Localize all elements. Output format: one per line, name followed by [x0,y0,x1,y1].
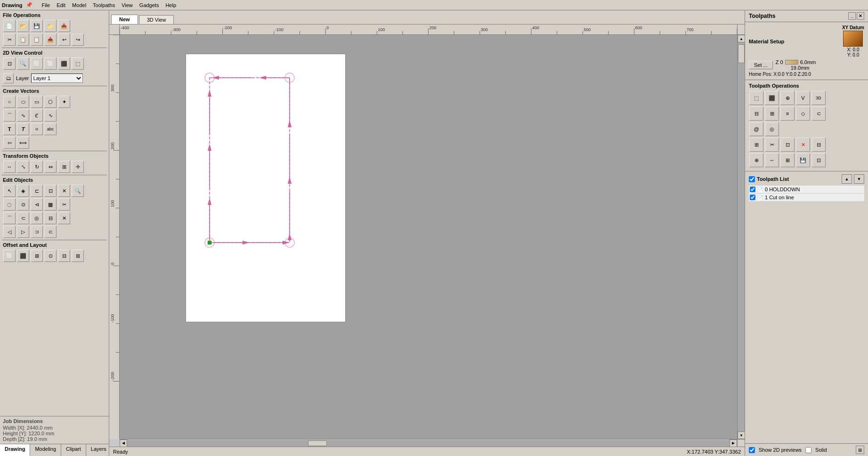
solid-checkbox[interactable] [805,447,811,453]
edit2-btn[interactable]: ◎ [31,212,43,224]
toolpath-op10-btn[interactable]: ⊡ [811,153,826,167]
scroll-track-v[interactable] [738,42,745,432]
toolpath-op5-btn[interactable]: ⊟ [811,138,826,152]
view-3d-btn[interactable]: ⬚ [72,57,84,70]
menu-gadgets[interactable]: Gadgets [136,1,162,9]
move-btn[interactable]: ↔ [3,161,16,173]
contour-btn[interactable]: ◁ [3,226,16,238]
toolpath-list-checkbox[interactable] [749,176,755,182]
scroll-thumb-h[interactable] [308,440,327,446]
save-as-btn[interactable]: 📁 [44,20,57,32]
scroll-up-btn[interactable]: ▲ [738,35,745,42]
offset-btn[interactable]: ◌ [3,198,16,211]
toolpath-op4-delete-btn[interactable]: ✕ [796,138,810,152]
properties-btn[interactable]: 🔍 [72,185,84,197]
draw-circle-btn[interactable]: ○ [3,96,16,108]
new-file-btn[interactable]: 📄 [3,20,16,32]
toolpath-op3-btn[interactable]: ⊡ [780,138,795,152]
toolpath-op2-btn[interactable]: ✂ [765,138,779,152]
open-file-btn[interactable]: 📂 [17,20,29,32]
text-abc-btn[interactable]: abc [44,123,57,135]
arrow-btn[interactable]: ▷ [17,226,29,238]
tab-drawing[interactable]: Drawing [0,444,30,456]
group-btn[interactable]: ⊡ [44,185,57,197]
toolpath-1-checkbox[interactable] [750,195,755,200]
menu-edit[interactable]: Edit [53,1,69,9]
step-repeat-btn[interactable]: ⊞ [72,250,84,262]
menu-model[interactable]: Model [69,1,89,9]
canvas-main[interactable] [120,35,737,439]
toolpath-list-down-btn[interactable]: ▼ [854,174,864,184]
draw-polygon-btn[interactable]: ⬡ [44,96,57,108]
toolpath-op7-btn[interactable]: ↔ [765,153,779,167]
menu-file[interactable]: File [38,1,53,9]
arc2-btn[interactable]: ⊃ [31,226,43,238]
toolpath-item-1[interactable]: 📄 1 Cut on line [749,194,864,201]
prism-btn[interactable]: ◇ [796,106,810,121]
close-btn[interactable]: ⊂ [17,212,29,224]
align-btn[interactable]: ⊞ [58,161,70,173]
fluting-btn[interactable]: ≡ [780,106,795,121]
pocket-toolpath-btn[interactable]: ⬛ [765,91,779,105]
hatch-btn[interactable]: ▦ [44,198,57,211]
scroll-track-h[interactable] [127,440,730,447]
draw-star-btn[interactable]: ✦ [58,96,70,108]
distribute-btn[interactable]: ✛ [72,161,84,173]
toolpath-op9-btn[interactable]: 💾 [796,153,810,167]
scroll-down-btn[interactable]: ▼ [738,432,745,439]
draw-ellipse-btn[interactable]: ⬭ [17,96,29,108]
zoom-extents-btn[interactable]: ⊡ [3,57,16,70]
tab-3d-view[interactable]: 3D View [139,15,174,24]
copy-btn[interactable]: 📋 [17,33,29,46]
boolean-btn[interactable]: ✕ [58,212,70,224]
delete-btn[interactable]: ✕ [58,185,70,197]
draw-spiro-btn[interactable]: ℭ [31,109,43,122]
arc-fit-btn[interactable]: ⌒ [3,212,16,224]
mirror-btn[interactable]: ⇔ [44,161,57,173]
scale-btn[interactable]: ⤡ [17,161,29,173]
zoom-fit-btn[interactable]: ⬛ [58,57,70,70]
rotate-btn[interactable]: ↻ [31,161,43,173]
draw-polyline-btn[interactable]: ⌒ [3,109,16,122]
drill-btn[interactable]: ⊕ [780,91,795,105]
zoom-select-btn[interactable]: ⬜ [44,57,57,70]
right-panel-expand-btn[interactable]: ⊞ [856,446,864,454]
scroll-thumb-v[interactable] [738,44,745,63]
right-panel-close-btn[interactable]: ✕ [857,12,864,20]
circular-btn[interactable]: ⊙ [44,250,57,262]
tab-layers[interactable]: Layers [86,444,109,456]
toolpath-item-0[interactable]: 📄 0 HOLDDOWN [749,186,864,193]
draw-curve-btn[interactable]: ∿ [17,109,29,122]
cut-btn[interactable]: ✂ [3,33,16,46]
text-btn[interactable]: T [3,123,16,135]
toolpath-0-checkbox[interactable] [750,187,755,192]
right-panel-collapse-btn[interactable]: _ [848,12,856,20]
undo-btn[interactable]: ↩ [58,33,70,46]
vector-anchor-btn[interactable]: ⇦ [3,137,16,149]
menu-view[interactable]: View [118,1,136,9]
tab-modeling[interactable]: Modeling [30,444,61,456]
zoom-in-btn[interactable]: 🔍 [17,57,29,70]
redo-btn[interactable]: ↪ [72,33,84,46]
paste-btn[interactable]: 📋 [31,33,43,46]
v-carve-btn[interactable]: V [796,91,810,105]
select-btn[interactable]: ↖ [3,185,16,197]
zoom-box-btn[interactable]: ⬜ [31,57,43,70]
spiral-btn[interactable]: @ [749,122,763,136]
tab-new[interactable]: New [111,15,138,24]
layout-btn[interactable]: ⬛ [17,250,29,262]
tab-clipart[interactable]: Clipart [61,444,86,456]
texture-btn[interactable]: ⊞ [765,106,779,121]
toolpath-op8-btn[interactable]: ⊞ [780,153,795,167]
layer-select[interactable]: Layer 1 [31,73,83,83]
array-btn[interactable]: ⊞ [31,250,43,262]
node-edit-btn[interactable]: ◈ [17,185,29,197]
scrollbar-vertical[interactable]: ▲ ▼ [737,35,745,439]
drawing-area[interactable] [186,54,346,322]
scroll-right-btn[interactable]: ▶ [730,440,737,447]
draw-wave-btn[interactable]: ∿ [44,109,57,122]
save-file-btn[interactable]: 💾 [31,20,43,32]
moulding-btn[interactable]: ⊂ [811,106,826,121]
toolpath-list-up-btn[interactable]: ▲ [842,174,852,184]
dimension-btn[interactable]: ⟺ [17,137,29,149]
